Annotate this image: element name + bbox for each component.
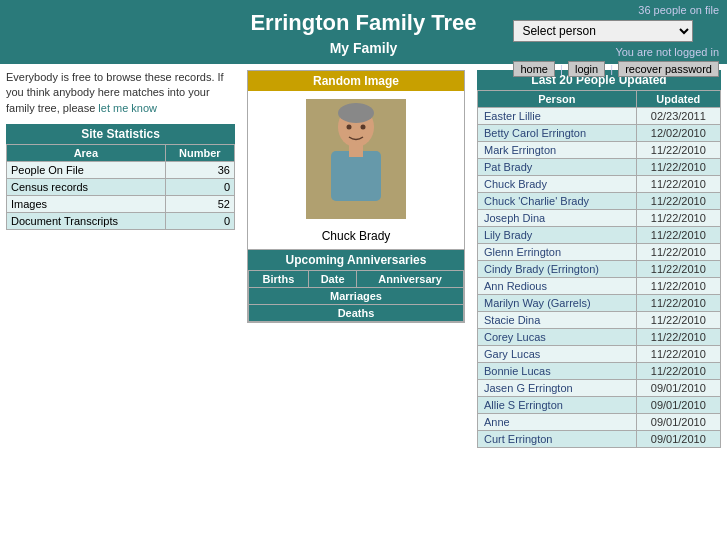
last20-col-updated: Updated: [636, 91, 720, 108]
last20-person[interactable]: Allie S Errington: [478, 397, 637, 414]
last20-person[interactable]: Lily Brady: [478, 227, 637, 244]
last20-date: 11/22/2010: [636, 159, 720, 176]
last20-row: Stacie Dina11/22/2010: [478, 312, 721, 329]
stats-col-area: Area: [7, 145, 166, 162]
home-button[interactable]: home: [513, 61, 555, 77]
stats-area: Images: [7, 196, 166, 213]
site-stats-title: Site Statistics: [6, 124, 235, 144]
last20-date: 11/22/2010: [636, 295, 720, 312]
last20-date: 11/22/2010: [636, 244, 720, 261]
last20-row: Chuck Brady11/22/2010: [478, 176, 721, 193]
stats-row: Images52: [7, 196, 235, 213]
last20-person[interactable]: Chuck 'Charlie' Brady: [478, 193, 637, 210]
last20-row: Curt Errington09/01/2010: [478, 431, 721, 448]
header-right: 36 people on file Select person You are …: [513, 4, 719, 79]
nav-sep2: |: [610, 63, 616, 75]
last20-person[interactable]: Curt Errington: [478, 431, 637, 448]
last20-row: Gary Lucas11/22/2010: [478, 346, 721, 363]
last20-person[interactable]: Glenn Errington: [478, 244, 637, 261]
last20-person[interactable]: Pat Brady: [478, 159, 637, 176]
last20-date: 11/22/2010: [636, 142, 720, 159]
random-image-photo: [248, 91, 464, 227]
random-image-title: Random Image: [248, 71, 464, 91]
header: 36 people on file Select person You are …: [0, 0, 727, 64]
last20-person[interactable]: Easter Lillie: [478, 108, 637, 125]
last20-date: 11/22/2010: [636, 210, 720, 227]
last20-person[interactable]: Joseph Dina: [478, 210, 637, 227]
ann-col-births: Births: [249, 271, 309, 288]
random-image-box: Random Image: [247, 70, 465, 250]
svg-rect-3: [331, 151, 381, 201]
recover-button[interactable]: recover password: [618, 61, 719, 77]
last20-date: 11/22/2010: [636, 346, 720, 363]
last20-row: Marilyn Way (Garrels)11/22/2010: [478, 295, 721, 312]
person-image: [306, 99, 406, 219]
let-me-know-link[interactable]: let me know: [98, 102, 157, 114]
last20-person[interactable]: Chuck Brady: [478, 176, 637, 193]
stats-number: 0: [165, 213, 234, 230]
stats-number: 0: [165, 179, 234, 196]
last20-person[interactable]: Ann Redious: [478, 278, 637, 295]
last20-person[interactable]: Jasen G Errington: [478, 380, 637, 397]
last20-date: 11/22/2010: [636, 278, 720, 295]
last20-row: Cindy Brady (Errington)11/22/2010: [478, 261, 721, 278]
last20-row: Allie S Errington09/01/2010: [478, 397, 721, 414]
last20-row: Ann Redious11/22/2010: [478, 278, 721, 295]
last20-table: Person Updated Easter Lillie02/23/2011Be…: [477, 90, 721, 448]
ann-deaths-row: Deaths: [249, 305, 464, 322]
stats-number: 36: [165, 162, 234, 179]
last20-person[interactable]: Anne: [478, 414, 637, 431]
photo-placeholder: [306, 99, 406, 219]
last20-person[interactable]: Cindy Brady (Errington): [478, 261, 637, 278]
last20-date: 09/01/2010: [636, 380, 720, 397]
middle-column: Random Image: [241, 70, 471, 448]
last20-row: Pat Brady11/22/2010: [478, 159, 721, 176]
ann-col-anniversary: Anniversary: [357, 271, 464, 288]
last20-date: 11/22/2010: [636, 193, 720, 210]
nav-sep1: |: [560, 63, 566, 75]
browse-text: Everybody is free to browse these record…: [6, 70, 235, 116]
anniversaries-box: Upcoming Anniversaries Births Date Anniv…: [247, 250, 465, 323]
ann-marriages-row: Marriages: [249, 288, 464, 305]
last20-person[interactable]: Mark Errington: [478, 142, 637, 159]
last20-person[interactable]: Bonnie Lucas: [478, 363, 637, 380]
last20-row: Joseph Dina11/22/2010: [478, 210, 721, 227]
anniversaries-table: Births Date Anniversary Marriages Deaths: [248, 270, 464, 322]
last20-row: Glenn Errington11/22/2010: [478, 244, 721, 261]
anniversaries-title: Upcoming Anniversaries: [248, 250, 464, 270]
photo-caption: Chuck Brady: [248, 227, 464, 249]
last20-person[interactable]: Corey Lucas: [478, 329, 637, 346]
last20-date: 12/02/2010: [636, 125, 720, 142]
last20-date: 11/22/2010: [636, 312, 720, 329]
stats-row: Document Transcripts0: [7, 213, 235, 230]
stats-row: People On File36: [7, 162, 235, 179]
last20-row: Chuck 'Charlie' Brady11/22/2010: [478, 193, 721, 210]
last20-date: 11/22/2010: [636, 329, 720, 346]
last20-date: 09/01/2010: [636, 397, 720, 414]
stats-table: Area Number People On File36Census recor…: [6, 144, 235, 230]
select-person-row: Select person: [513, 20, 719, 42]
stats-number: 52: [165, 196, 234, 213]
right-column: Last 20 People Updated Person Updated Ea…: [471, 70, 721, 448]
last20-date: 11/22/2010: [636, 176, 720, 193]
last20-row: Bonnie Lucas11/22/2010: [478, 363, 721, 380]
last20-date: 09/01/2010: [636, 414, 720, 431]
login-button[interactable]: login: [568, 61, 605, 77]
last20-col-person: Person: [478, 91, 637, 108]
last20-date: 11/22/2010: [636, 363, 720, 380]
last20-row: Betty Carol Errington12/02/2010: [478, 125, 721, 142]
last20-date: 11/22/2010: [636, 261, 720, 278]
last20-person[interactable]: Marilyn Way (Garrels): [478, 295, 637, 312]
last20-person[interactable]: Gary Lucas: [478, 346, 637, 363]
last20-date: 11/22/2010: [636, 227, 720, 244]
last20-date: 09/01/2010: [636, 431, 720, 448]
select-person-dropdown[interactable]: Select person: [513, 20, 693, 42]
stats-area: People On File: [7, 162, 166, 179]
last20-person[interactable]: Stacie Dina: [478, 312, 637, 329]
nav-links: home | login | recover password: [513, 61, 719, 77]
people-count: 36 people on file: [513, 4, 719, 16]
svg-point-2: [338, 103, 374, 123]
last20-person[interactable]: Betty Carol Errington: [478, 125, 637, 142]
last20-row: Lily Brady11/22/2010: [478, 227, 721, 244]
last20-row: Jasen G Errington09/01/2010: [478, 380, 721, 397]
